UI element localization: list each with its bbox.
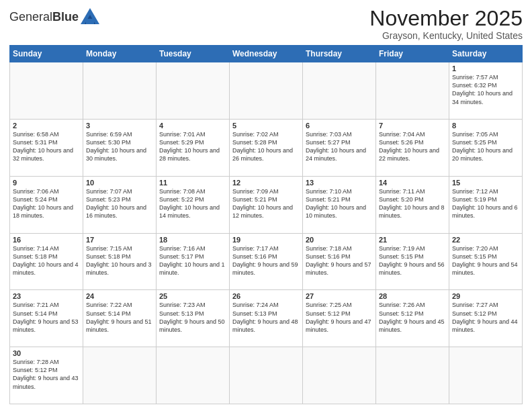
day-number: 25 bbox=[159, 292, 226, 300]
day-info: Sunrise: 7:26 AM Sunset: 5:12 PM Dayligh… bbox=[379, 301, 446, 334]
calendar-cell bbox=[449, 347, 523, 404]
day-info: Sunrise: 7:27 AM Sunset: 5:12 PM Dayligh… bbox=[452, 301, 519, 334]
calendar-cell: 24Sunrise: 7:22 AM Sunset: 5:14 PM Dayli… bbox=[83, 290, 157, 347]
calendar-cell: 4Sunrise: 7:01 AM Sunset: 5:29 PM Daylig… bbox=[157, 119, 230, 176]
day-info: Sunrise: 7:05 AM Sunset: 5:25 PM Dayligh… bbox=[452, 130, 519, 163]
day-number: 18 bbox=[159, 236, 226, 244]
day-info: Sunrise: 7:25 AM Sunset: 5:12 PM Dayligh… bbox=[306, 301, 373, 334]
calendar-cell: 6Sunrise: 7:03 AM Sunset: 5:27 PM Daylig… bbox=[303, 119, 376, 176]
calendar-cell: 15Sunrise: 7:12 AM Sunset: 5:19 PM Dayli… bbox=[449, 176, 523, 233]
calendar-cell: 29Sunrise: 7:27 AM Sunset: 5:12 PM Dayli… bbox=[449, 290, 523, 347]
day-info: Sunrise: 7:11 AM Sunset: 5:20 PM Dayligh… bbox=[379, 187, 446, 220]
calendar-cell: 16Sunrise: 7:14 AM Sunset: 5:18 PM Dayli… bbox=[10, 233, 83, 290]
calendar-cell bbox=[230, 347, 303, 404]
day-info: Sunrise: 7:16 AM Sunset: 5:17 PM Dayligh… bbox=[159, 244, 226, 277]
calendar-cell: 21Sunrise: 7:19 AM Sunset: 5:15 PM Dayli… bbox=[376, 233, 449, 290]
day-info: Sunrise: 6:59 AM Sunset: 5:30 PM Dayligh… bbox=[86, 130, 153, 163]
day-info: Sunrise: 7:09 AM Sunset: 5:21 PM Dayligh… bbox=[232, 187, 300, 220]
day-number: 11 bbox=[159, 179, 226, 187]
day-number: 7 bbox=[379, 122, 446, 130]
header: GeneralBlue November 2025 Grayson, Kentu… bbox=[9, 7, 523, 41]
day-info: Sunrise: 7:01 AM Sunset: 5:29 PM Dayligh… bbox=[159, 130, 226, 163]
calendar-cell: 1Sunrise: 7:57 AM Sunset: 6:32 PM Daylig… bbox=[449, 62, 523, 120]
calendar-cell: 14Sunrise: 7:11 AM Sunset: 5:20 PM Dayli… bbox=[376, 176, 449, 233]
calendar-cell: 7Sunrise: 7:04 AM Sunset: 5:26 PM Daylig… bbox=[376, 119, 449, 176]
day-number: 5 bbox=[232, 122, 300, 130]
day-number: 9 bbox=[13, 179, 80, 187]
calendar-cell bbox=[157, 347, 230, 404]
calendar-cell: 2Sunrise: 6:58 AM Sunset: 5:31 PM Daylig… bbox=[10, 119, 83, 176]
day-info: Sunrise: 7:02 AM Sunset: 5:28 PM Dayligh… bbox=[232, 130, 300, 163]
day-of-week-header: Friday bbox=[376, 46, 449, 62]
day-number: 3 bbox=[86, 122, 153, 130]
calendar: SundayMondayTuesdayWednesdayThursdayFrid… bbox=[9, 45, 523, 404]
calendar-cell: 19Sunrise: 7:17 AM Sunset: 5:16 PM Dayli… bbox=[230, 233, 303, 290]
day-info: Sunrise: 7:23 AM Sunset: 5:13 PM Dayligh… bbox=[159, 301, 226, 334]
logo: GeneralBlue bbox=[9, 9, 99, 26]
day-number: 6 bbox=[306, 122, 373, 130]
day-info: Sunrise: 7:10 AM Sunset: 5:21 PM Dayligh… bbox=[306, 187, 373, 220]
calendar-cell: 11Sunrise: 7:08 AM Sunset: 5:22 PM Dayli… bbox=[157, 176, 230, 233]
calendar-cell: 18Sunrise: 7:16 AM Sunset: 5:17 PM Dayli… bbox=[157, 233, 230, 290]
month-title: November 2025 bbox=[369, 7, 523, 30]
day-number: 28 bbox=[379, 292, 446, 300]
calendar-cell bbox=[230, 62, 303, 120]
calendar-cell: 5Sunrise: 7:02 AM Sunset: 5:28 PM Daylig… bbox=[230, 119, 303, 176]
calendar-cell: 26Sunrise: 7:24 AM Sunset: 5:13 PM Dayli… bbox=[230, 290, 303, 347]
day-info: Sunrise: 7:17 AM Sunset: 5:16 PM Dayligh… bbox=[232, 244, 300, 277]
calendar-cell: 17Sunrise: 7:15 AM Sunset: 5:18 PM Dayli… bbox=[83, 233, 157, 290]
location: Grayson, Kentucky, United States bbox=[369, 30, 523, 41]
calendar-cell bbox=[303, 62, 376, 120]
day-of-week-header: Saturday bbox=[449, 46, 523, 62]
calendar-cell: 25Sunrise: 7:23 AM Sunset: 5:13 PM Dayli… bbox=[157, 290, 230, 347]
day-number: 20 bbox=[306, 236, 373, 244]
day-of-week-header: Monday bbox=[83, 46, 157, 62]
calendar-cell: 30Sunrise: 7:28 AM Sunset: 5:12 PM Dayli… bbox=[10, 347, 83, 404]
day-info: Sunrise: 7:06 AM Sunset: 5:24 PM Dayligh… bbox=[13, 187, 80, 220]
day-info: Sunrise: 7:04 AM Sunset: 5:26 PM Dayligh… bbox=[379, 130, 446, 163]
day-number: 24 bbox=[86, 292, 153, 300]
day-number: 30 bbox=[13, 349, 80, 357]
logo-text: GeneralBlue bbox=[9, 11, 79, 24]
svg-rect-2 bbox=[86, 19, 94, 24]
calendar-cell: 8Sunrise: 7:05 AM Sunset: 5:25 PM Daylig… bbox=[449, 119, 523, 176]
calendar-cell bbox=[303, 347, 376, 404]
day-of-week-header: Wednesday bbox=[230, 46, 303, 62]
calendar-cell bbox=[10, 62, 83, 120]
day-number: 16 bbox=[13, 236, 80, 244]
calendar-cell: 3Sunrise: 6:59 AM Sunset: 5:30 PM Daylig… bbox=[83, 119, 157, 176]
day-info: Sunrise: 7:19 AM Sunset: 5:15 PM Dayligh… bbox=[379, 244, 446, 277]
calendar-cell: 22Sunrise: 7:20 AM Sunset: 5:15 PM Dayli… bbox=[449, 233, 523, 290]
day-number: 1 bbox=[452, 64, 519, 73]
day-info: Sunrise: 7:28 AM Sunset: 5:12 PM Dayligh… bbox=[13, 358, 80, 391]
calendar-cell bbox=[83, 347, 157, 404]
day-number: 29 bbox=[452, 292, 519, 300]
page: GeneralBlue November 2025 Grayson, Kentu… bbox=[0, 0, 532, 411]
day-number: 4 bbox=[159, 122, 226, 130]
day-info: Sunrise: 7:57 AM Sunset: 6:32 PM Dayligh… bbox=[452, 73, 519, 106]
calendar-cell: 10Sunrise: 7:07 AM Sunset: 5:23 PM Dayli… bbox=[83, 176, 157, 233]
day-info: Sunrise: 7:22 AM Sunset: 5:14 PM Dayligh… bbox=[86, 301, 153, 334]
day-number: 15 bbox=[452, 179, 519, 187]
day-info: Sunrise: 6:58 AM Sunset: 5:31 PM Dayligh… bbox=[13, 130, 80, 163]
day-info: Sunrise: 7:08 AM Sunset: 5:22 PM Dayligh… bbox=[159, 187, 226, 220]
day-info: Sunrise: 7:18 AM Sunset: 5:16 PM Dayligh… bbox=[306, 244, 373, 277]
day-of-week-header: Sunday bbox=[10, 46, 83, 62]
day-info: Sunrise: 7:24 AM Sunset: 5:13 PM Dayligh… bbox=[232, 301, 300, 334]
day-number: 19 bbox=[232, 236, 300, 244]
day-number: 26 bbox=[232, 292, 300, 300]
day-number: 23 bbox=[13, 292, 80, 300]
day-info: Sunrise: 7:07 AM Sunset: 5:23 PM Dayligh… bbox=[86, 187, 153, 220]
day-info: Sunrise: 7:14 AM Sunset: 5:18 PM Dayligh… bbox=[13, 244, 80, 277]
day-info: Sunrise: 7:15 AM Sunset: 5:18 PM Dayligh… bbox=[86, 244, 153, 277]
calendar-cell: 20Sunrise: 7:18 AM Sunset: 5:16 PM Dayli… bbox=[303, 233, 376, 290]
calendar-cell: 23Sunrise: 7:21 AM Sunset: 5:14 PM Dayli… bbox=[10, 290, 83, 347]
day-number: 13 bbox=[306, 179, 373, 187]
calendar-header-row: SundayMondayTuesdayWednesdayThursdayFrid… bbox=[10, 46, 523, 62]
calendar-cell: 27Sunrise: 7:25 AM Sunset: 5:12 PM Dayli… bbox=[303, 290, 376, 347]
day-number: 12 bbox=[232, 179, 300, 187]
title-section: November 2025 Grayson, Kentucky, United … bbox=[369, 7, 523, 41]
day-info: Sunrise: 7:21 AM Sunset: 5:14 PM Dayligh… bbox=[13, 301, 80, 334]
day-number: 21 bbox=[379, 236, 446, 244]
calendar-cell bbox=[376, 347, 449, 404]
